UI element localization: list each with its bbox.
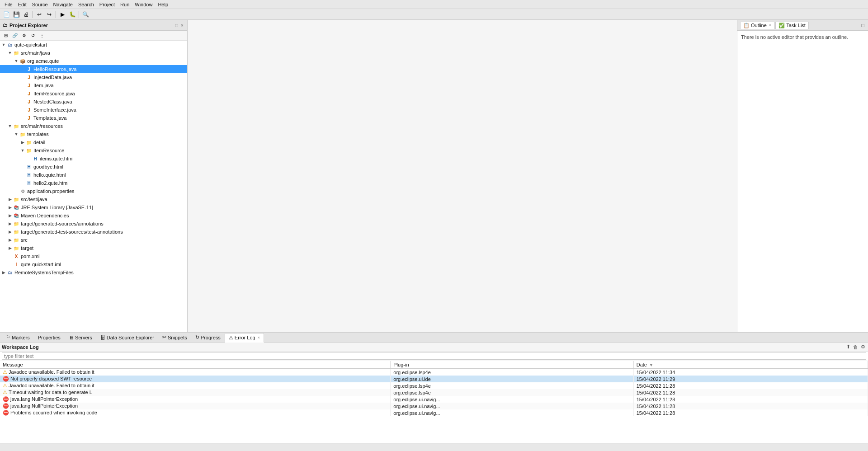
menu-help[interactable]: Help — [155, 1, 171, 8]
outline-panel: 📋 Outline × ✅ Task List — □ There is no … — [737, 20, 868, 332]
log-filter[interactable]: ⚙ — [860, 344, 866, 350]
bottom-tab-error-log[interactable]: ⚠Error Log× — [225, 333, 264, 343]
col-plugin[interactable]: Plug-in — [391, 361, 633, 369]
tree-menu[interactable]: ⋮ — [38, 32, 46, 39]
tree-sync[interactable]: ↺ — [29, 32, 37, 39]
filter-input[interactable] — [2, 352, 866, 360]
tree-filter[interactable]: ⚙ — [20, 32, 28, 39]
toolbar-debug[interactable]: 🐛 — [68, 10, 77, 19]
tree-item-detail[interactable]: ▶📁detail — [0, 138, 187, 146]
bottom-tab-properties[interactable]: Properties — [34, 333, 65, 342]
table-row[interactable]: ⛔Problems occurred when invoking code or… — [0, 409, 868, 416]
tree-item-pom-xml[interactable]: Xpom.xml — [0, 252, 187, 260]
log-export[interactable]: ⬆ — [845, 344, 851, 350]
table-row[interactable]: ⚠Javadoc unavailable. Failed to obtain i… — [0, 382, 868, 389]
tree-arrow: ▶ — [7, 213, 13, 218]
outline-panel-actions: — □ — [853, 23, 865, 28]
tree-item-org-acme-qute[interactable]: ▼📦org.acme.qute — [0, 57, 187, 65]
tab-task-list[interactable]: ✅ Task List — [775, 22, 809, 29]
tree-item-qute-quickstart[interactable]: ▼🗂qute-quickstart — [0, 41, 187, 49]
table-row[interactable]: ⛔java.lang.NullPointerException org.ecli… — [0, 396, 868, 403]
tree-item-src-main-resources[interactable]: ▼📁src/main/resources — [0, 122, 187, 130]
panel-close[interactable]: × — [180, 23, 184, 28]
table-row[interactable]: ⚠Timeout waiting for data to generate L … — [0, 389, 868, 396]
tree-link-editor[interactable]: 🔗 — [11, 32, 19, 39]
bottom-tab-servers[interactable]: 🖥Servers — [65, 333, 96, 342]
outline-maximize[interactable]: □ — [860, 23, 865, 28]
tree-item-Item[interactable]: JItem.java — [0, 81, 187, 89]
menu-file[interactable]: File — [2, 1, 15, 8]
outline-tab-close[interactable]: × — [769, 23, 771, 28]
menu-project[interactable]: Project — [97, 1, 118, 8]
toolbar-redo[interactable]: ↪ — [45, 10, 54, 19]
menu-window[interactable]: Window — [132, 1, 155, 8]
col-date-cell: 15/04/2022 11:29 — [633, 376, 868, 382]
bottom-tab-markers[interactable]: ⚐Markers — [2, 333, 34, 342]
tree-item-ItemResource[interactable]: JItemResource.java — [0, 89, 187, 98]
tree-item-ItemResource-folder[interactable]: ▼📁ItemResource — [0, 146, 187, 155]
outline-minimize[interactable]: — — [853, 23, 859, 28]
menu-search[interactable]: Search — [75, 1, 97, 8]
toolbar-new[interactable]: 📄 — [2, 10, 11, 19]
tree-item-SomeInterface[interactable]: JSomeInterface.java — [0, 106, 187, 114]
col-plugin-cell: org.eclipse.lsp4e — [391, 382, 633, 389]
error-log-tbody: ⚠Javadoc unavailable. Failed to obtain i… — [0, 369, 868, 417]
tree-label: src/main/java — [21, 50, 50, 56]
bottom-tab-progress[interactable]: ↻Progress — [191, 333, 225, 342]
tree-item-target-generated-test-sources[interactable]: ▶📁target/generated-test-sources/test-ann… — [0, 228, 187, 236]
table-row[interactable]: ⛔Not properly disposed SWT resource org.… — [0, 376, 868, 382]
tree-item-goodbye[interactable]: Hgoodbye.html — [0, 163, 187, 171]
panel-maximize[interactable]: □ — [174, 23, 179, 28]
col-date[interactable]: Date ▼ — [633, 361, 868, 369]
menu-navigate[interactable]: Navigate — [51, 1, 75, 8]
menu-run[interactable]: Run — [118, 1, 132, 8]
tree-label: items.qute.html — [40, 156, 74, 161]
tree-item-hello2-qute[interactable]: Hhello2.qute.html — [0, 179, 187, 187]
col-message-cell: ⛔java.lang.NullPointerException — [0, 396, 391, 403]
toolbar-print[interactable]: 🖨 — [22, 10, 31, 19]
project-explorer-panel: 🗂 Project Explorer — □ × ⊟ 🔗 ⚙ ↺ ⋮ ▼🗂qut… — [0, 20, 188, 332]
project-icon: 🗂 — [3, 23, 8, 28]
tree-item-InjectedData[interactable]: JInjectedData.java — [0, 73, 187, 81]
toolbar-search[interactable]: 🔍 — [81, 10, 90, 19]
tree-item-application-props[interactable]: ⚙application.properties — [0, 187, 187, 195]
tree-item-templates[interactable]: ▼📁templates — [0, 130, 187, 138]
tab-close[interactable]: × — [258, 335, 260, 340]
tree-item-Templates[interactable]: JTemplates.java — [0, 114, 187, 122]
col-message-cell: ⛔Not properly disposed SWT resource — [0, 376, 391, 382]
tree-item-src[interactable]: ▶📁src — [0, 236, 187, 244]
bottom-tab-data-source-explorer[interactable]: 🗄Data Source Explorer — [96, 333, 158, 342]
panel-minimize[interactable]: — — [166, 23, 173, 28]
outline-icon: 📋 — [743, 23, 750, 28]
folder-icon: 📁 — [13, 49, 20, 56]
tree-item-maven-deps[interactable]: ▶📚Maven Dependencies — [0, 211, 187, 220]
table-row[interactable]: ⚠Javadoc unavailable. Failed to obtain i… — [0, 369, 868, 376]
tree-label: qute-quickstart — [14, 42, 47, 47]
col-message[interactable]: Message — [0, 361, 391, 369]
tree-item-src-test-java[interactable]: ▶📁src/test/java — [0, 195, 187, 203]
table-row[interactable]: ⛔java.lang.NullPointerException org.ecli… — [0, 403, 868, 409]
toolbar-run[interactable]: ▶ — [58, 10, 67, 19]
tree-item-qute-quickstart-iml[interactable]: Iqute-quickstart.iml — [0, 260, 187, 268]
log-clear[interactable]: 🗑 — [852, 344, 859, 350]
tree-item-target-generated-sources[interactable]: ▶📁target/generated-sources/annotations — [0, 220, 187, 228]
tree-item-RemoteSystemsTempFiles[interactable]: ▶🗂RemoteSystemsTempFiles — [0, 268, 187, 277]
tree-toolbar: ⊟ 🔗 ⚙ ↺ ⋮ — [0, 31, 187, 41]
tab-outline[interactable]: 📋 Outline × — [740, 22, 774, 29]
menu-source[interactable]: Source — [29, 1, 51, 8]
toolbar-save[interactable]: 💾 — [12, 10, 21, 19]
tree-item-items-qute[interactable]: Hitems.qute.html — [0, 155, 187, 163]
tree-item-NestedClass[interactable]: JNestedClass.java — [0, 98, 187, 106]
tree-label: JRE System Library [JavaSE-11] — [21, 205, 93, 210]
tree-item-HelloResource[interactable]: JHelloResource.java — [0, 65, 187, 73]
tab-label: Snippets — [168, 335, 187, 340]
tree-item-jre-system[interactable]: ▶📚JRE System Library [JavaSE-11] — [0, 203, 187, 211]
tree-item-target[interactable]: ▶📁target — [0, 244, 187, 252]
toolbar-undo[interactable]: ↩ — [35, 10, 44, 19]
project-explorer-title: 🗂 Project Explorer — [3, 23, 48, 28]
bottom-tab-snippets[interactable]: ✂Snippets — [158, 333, 191, 342]
tree-collapse-all[interactable]: ⊟ — [2, 32, 10, 39]
tree-item-src-main-java[interactable]: ▼📁src/main/java — [0, 49, 187, 57]
menu-edit[interactable]: Edit — [15, 1, 29, 8]
tree-item-hello-qute[interactable]: Hhello.qute.html — [0, 171, 187, 179]
